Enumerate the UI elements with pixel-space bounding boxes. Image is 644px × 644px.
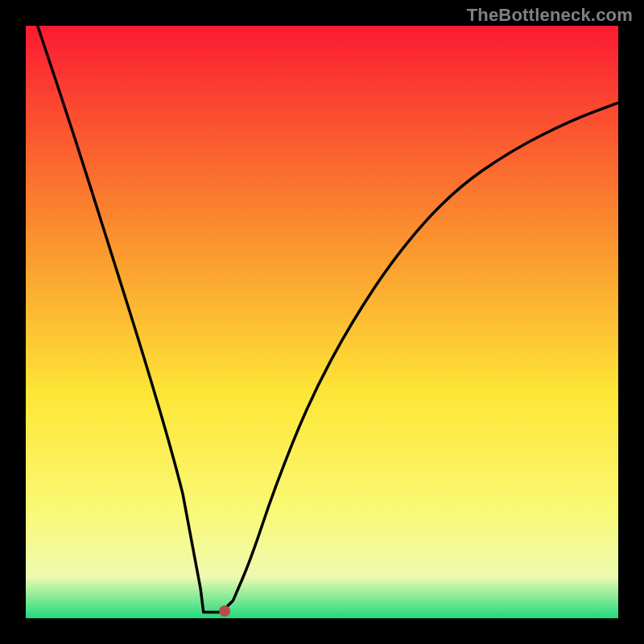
curve-path — [38, 26, 618, 613]
optimum-marker-icon — [219, 605, 230, 617]
chart-frame — [26, 26, 618, 618]
bottleneck-curve — [26, 26, 618, 618]
watermark-text: TheBottleneck.com — [467, 5, 633, 26]
